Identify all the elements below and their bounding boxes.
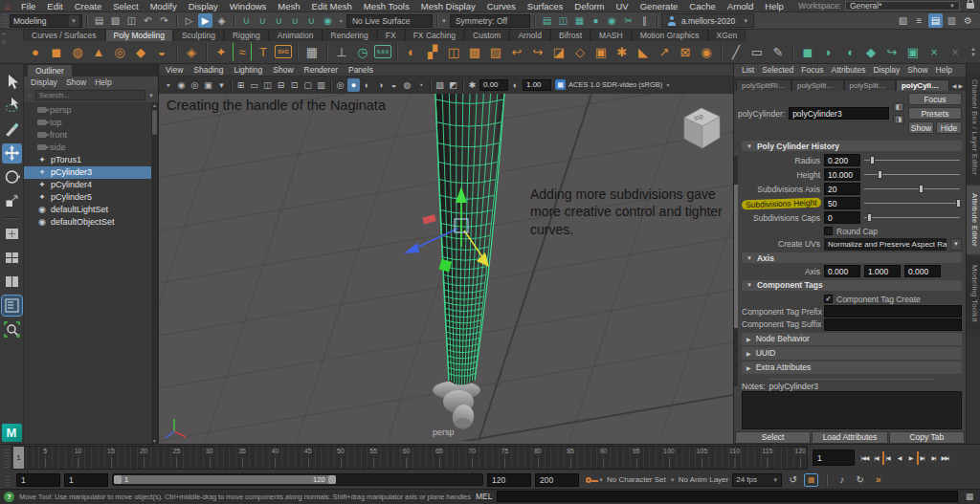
shaded-mode-icon[interactable]: ●: [347, 78, 360, 92]
poly-plane-icon[interactable]: ◆: [131, 42, 150, 61]
zero-transform-icon[interactable]: 0,0,0: [374, 45, 391, 58]
menu-mesh-tools[interactable]: Mesh Tools: [358, 1, 415, 11]
ae-tab-polysplitring9[interactable]: polySplitRing9: [791, 79, 843, 91]
outliner-item-side[interactable]: side: [24, 142, 158, 154]
super-shape-icon[interactable]: ✦: [212, 42, 231, 61]
menu-set-dropdown[interactable]: Modeling ▼: [10, 14, 82, 28]
axis-y-field[interactable]: 1.000: [864, 265, 901, 277]
select-button[interactable]: Select: [735, 431, 811, 444]
step-back-key-button[interactable]: |◀: [882, 451, 893, 465]
combine-icon[interactable]: ◆: [861, 42, 880, 61]
mel-label[interactable]: MEL: [476, 492, 492, 501]
step-forward-key-button[interactable]: ▶|: [917, 451, 927, 465]
svg-tool-icon[interactable]: SVG: [275, 45, 292, 58]
globe-grid-icon[interactable]: ◉: [697, 42, 716, 61]
fps-dropdown[interactable]: 24 fps ▼: [732, 473, 782, 487]
gamma-icon[interactable]: ◐: [509, 78, 522, 92]
poly-torus-icon[interactable]: ◎: [110, 42, 129, 61]
shelf-tab-arnold[interactable]: Arnold: [509, 29, 550, 41]
snap-to-point-icon[interactable]: ∪: [272, 13, 286, 28]
outliner-menu-display[interactable]: Display: [31, 77, 57, 87]
axis-x-field[interactable]: 0.000: [824, 265, 860, 277]
menu-curves[interactable]: Curves: [481, 1, 522, 11]
outliner-item-persp[interactable]: persp: [24, 104, 158, 117]
timeslider-grip[interactable]: [4, 449, 10, 468]
use-all-lights-icon[interactable]: ◑: [374, 78, 387, 92]
go-to-start-button[interactable]: |◀◀: [859, 451, 870, 465]
range-start-handle[interactable]: [114, 475, 122, 484]
grid-fill-icon[interactable]: ▩: [465, 42, 484, 61]
shelf-scroll-icon[interactable]: ▲▼: [970, 46, 976, 57]
snap-to-curve-icon[interactable]: ∪: [256, 13, 270, 28]
outliner-tab[interactable]: Outliner: [28, 65, 72, 77]
ae-tab-polysplitring8[interactable]: polySplitRing8: [844, 79, 896, 91]
current-frame-field[interactable]: 1: [813, 449, 855, 466]
subdivisions-caps-slider[interactable]: [864, 213, 960, 222]
subdivisions-height-slider[interactable]: [864, 199, 960, 208]
presets-button[interactable]: Presets: [908, 107, 962, 120]
outliner-item-pcylinder4[interactable]: ✦pCylinder4: [24, 179, 158, 191]
evaluation-mode-icon[interactable]: »: [871, 473, 885, 487]
focus-button[interactable]: Focus: [908, 93, 962, 105]
open-scene-icon[interactable]: ▧: [108, 13, 122, 28]
block-set-icon[interactable]: ▣: [591, 42, 611, 61]
viewport-3d-canvas[interactable]: top persp: [159, 94, 733, 441]
menu-edit[interactable]: Edit: [41, 1, 68, 11]
render-view-icon[interactable]: ▤: [540, 13, 554, 28]
layout-two-pane-icon[interactable]: [2, 272, 22, 292]
viewport-menu-panels[interactable]: Panels: [348, 65, 373, 75]
shelf-tab-fx-caching[interactable]: FX Caching: [405, 29, 464, 41]
gamma-field[interactable]: 1.00: [523, 79, 551, 91]
exposure-icon[interactable]: ✱: [466, 78, 479, 92]
resolution-gate-icon[interactable]: ◫: [261, 78, 274, 92]
subdivisions-caps-field[interactable]: 0: [824, 211, 860, 224]
move-tool-icon[interactable]: [2, 143, 22, 164]
attribute-editor-scrollbar[interactable]: [734, 156, 738, 386]
poly-sphere-icon[interactable]: ●: [26, 42, 45, 61]
wireframe-mode-icon[interactable]: ◎: [334, 78, 346, 92]
notes-textarea[interactable]: [742, 391, 962, 428]
reset-transform-icon[interactable]: ◷: [353, 42, 372, 61]
node-name-field[interactable]: polyCylinder3: [789, 107, 889, 120]
select-object-mask-icon[interactable]: ▶: [198, 13, 212, 28]
playback-start-field[interactable]: 1: [64, 473, 108, 487]
menu-create[interactable]: Create: [69, 1, 108, 11]
step-forward-frame-button[interactable]: ▶|: [928, 451, 939, 465]
layout-single-pane-icon[interactable]: [2, 224, 22, 244]
outliner-item-front[interactable]: front: [24, 129, 158, 142]
ae-menu-help[interactable]: Help: [936, 65, 952, 75]
create-polygon-icon[interactable]: ╱: [726, 42, 746, 61]
timeline-playhead[interactable]: 1: [13, 447, 24, 469]
menu-uv[interactable]: UV: [611, 1, 635, 11]
bevel-corner-icon[interactable]: ◪: [549, 42, 568, 61]
menu-file[interactable]: File: [15, 1, 41, 11]
section-uuid[interactable]: ▶UUID: [742, 347, 962, 360]
notes-divider[interactable]: [770, 379, 933, 380]
layout-four-pane-icon[interactable]: [2, 248, 22, 268]
save-scene-icon[interactable]: ◫: [124, 13, 139, 28]
redo-icon[interactable]: ↷: [157, 13, 171, 28]
component-tag-prefix-field[interactable]: [824, 305, 962, 318]
account-dropdown[interactable]: a.mellors-2020 ▼: [661, 13, 754, 28]
select-component-mask-icon[interactable]: ◈: [214, 13, 229, 28]
viewport-canvas[interactable]: top persp Creating the handle of the Nag…: [159, 94, 733, 444]
round-cap-checkbox[interactable]: [824, 227, 833, 235]
cleanup-icon[interactable]: ×: [924, 42, 944, 61]
gate-mask-icon[interactable]: ⊟: [275, 78, 287, 92]
set-key-icon[interactable]: [586, 477, 591, 483]
height-field[interactable]: 10.000: [824, 168, 860, 181]
range-end-handle[interactable]: [328, 475, 336, 484]
viewport-menu-view[interactable]: View: [166, 65, 183, 75]
select-hierarchy-mask-icon[interactable]: ▷: [182, 13, 196, 28]
menu-edit-mesh[interactable]: Edit Mesh: [306, 1, 358, 11]
viewport-menu-show[interactable]: Show: [273, 65, 293, 75]
shelf-tab-animation[interactable]: Animation: [269, 29, 323, 41]
viewport-menu-renderer[interactable]: Renderer: [304, 65, 338, 75]
sidebar-tab-channel-box-layer-editor[interactable]: Channel Box / Layer Editor: [967, 72, 980, 183]
curves-tool-icon[interactable]: ≈: [233, 42, 252, 61]
step-back-frame-button[interactable]: |◀: [871, 451, 881, 465]
lasso-select-tool-icon[interactable]: [2, 96, 22, 116]
range-slider-bar[interactable]: 1 120: [114, 475, 336, 484]
pencil-curve-icon[interactable]: ✎: [768, 42, 788, 61]
outliner-scrollbar[interactable]: ▲ ▼: [151, 102, 158, 444]
